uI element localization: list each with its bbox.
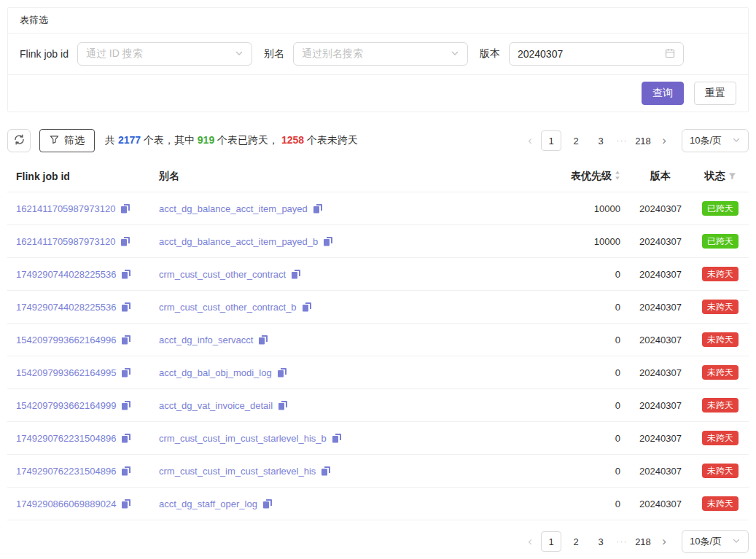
alias-select[interactable]: 通过别名搜索 xyxy=(293,42,468,66)
copy-icon[interactable] xyxy=(278,401,287,410)
priority-cell: 10000 xyxy=(476,203,620,214)
column-header-priority-label: 表优先级 xyxy=(571,170,612,183)
reset-button[interactable]: 重置 xyxy=(694,82,736,105)
alias-link[interactable]: acct_dg_info_servacct xyxy=(159,335,253,345)
pagination-prev-icon[interactable]: ‹ xyxy=(521,130,539,151)
page-size-select[interactable]: 10条/页 xyxy=(682,129,749,152)
sort-icon[interactable] xyxy=(615,171,620,182)
alias-link[interactable]: acct_dg_staff_oper_log xyxy=(159,499,257,509)
alias-link[interactable]: crm_cust_cust_im_cust_starlevel_his_b xyxy=(159,433,327,444)
copy-icon[interactable] xyxy=(303,302,311,312)
copy-icon[interactable] xyxy=(122,368,130,378)
alias-placeholder: 通过别名搜索 xyxy=(302,47,363,60)
pagination-page-last[interactable]: 218 xyxy=(633,130,653,151)
pagination-page-2[interactable]: 2 xyxy=(566,531,586,552)
uncrossed-count: 1258 xyxy=(281,134,304,146)
flink-job-id-link[interactable]: 1621411705987973120 xyxy=(16,236,115,247)
pagination-next-icon[interactable]: › xyxy=(655,130,673,151)
alias-link[interactable]: crm_cust_cust_other_contract_b xyxy=(159,302,297,313)
flink-job-id-link[interactable]: 1749290744028225536 xyxy=(16,302,116,313)
alias-link[interactable]: acct_dg_balance_acct_item_payed xyxy=(159,203,308,214)
copy-icon[interactable] xyxy=(122,466,130,476)
copy-icon[interactable] xyxy=(322,466,330,476)
copy-icon[interactable] xyxy=(292,270,300,279)
flink-job-id-link[interactable]: 1542097993662164995 xyxy=(16,367,116,378)
flink-job-id-link[interactable]: 1542097993662164996 xyxy=(16,335,116,345)
priority-cell: 0 xyxy=(476,302,620,313)
version-label: 版本 xyxy=(480,47,500,60)
copy-icon[interactable] xyxy=(263,499,272,509)
refresh-icon xyxy=(14,134,25,147)
copy-icon[interactable] xyxy=(122,302,130,312)
flink-job-id-link[interactable]: 1749290762231504896 xyxy=(16,433,116,444)
alias-cell: acct_dg_info_servacct xyxy=(159,335,476,345)
pagination-next-icon[interactable]: › xyxy=(655,531,673,552)
column-header-alias: 别名 xyxy=(159,170,476,183)
filter-actions: 查询 重置 xyxy=(8,75,748,112)
copy-icon[interactable] xyxy=(122,335,130,345)
column-header-flink-job-id: Flink job id xyxy=(16,171,159,182)
alias-link[interactable]: acct_dg_balance_acct_item_payed_b xyxy=(159,236,318,247)
table-summary: 共 2177 个表，其中 919 个表已跨天， 1258 个表未跨天 xyxy=(105,134,358,147)
flink-job-id-link[interactable]: 1749290866069889024 xyxy=(16,499,116,509)
flink-job-id-link[interactable]: 1749290762231504896 xyxy=(16,466,116,477)
pagination-page-last[interactable]: 218 xyxy=(633,531,653,552)
summary-suffix: 个表未跨天 xyxy=(304,134,358,146)
priority-cell: 10000 xyxy=(476,236,620,247)
column-header-priority[interactable]: 表优先级 xyxy=(476,170,620,183)
copy-icon[interactable] xyxy=(122,401,130,410)
filter-icon[interactable] xyxy=(728,171,736,182)
version-cell: 20240307 xyxy=(620,236,701,247)
status-cell: 已跨天 xyxy=(701,234,740,249)
column-header-status-label: 状态 xyxy=(705,170,725,183)
pagination-page-1[interactable]: 1 xyxy=(541,531,561,552)
copy-icon[interactable] xyxy=(122,434,130,443)
version-date-input[interactable]: 20240307 xyxy=(509,42,684,66)
status-badge: 未跨天 xyxy=(702,332,739,347)
status-badge: 已跨天 xyxy=(702,234,739,249)
alias-link[interactable]: acct_dg_bal_obj_modi_log xyxy=(159,367,272,378)
refresh-button[interactable] xyxy=(7,129,31,152)
status-cell: 未跨天 xyxy=(701,464,740,478)
pagination-page-2[interactable]: 2 xyxy=(566,130,586,151)
copy-icon[interactable] xyxy=(122,499,130,509)
page-size-value: 10条/页 xyxy=(690,134,722,147)
pagination-ellipsis: ··· xyxy=(613,536,631,547)
table-row: 1749290762231504896 crm_cust_cust_im_cus… xyxy=(7,455,749,488)
pagination-prev-icon[interactable]: ‹ xyxy=(521,531,539,552)
flink-job-id-cell: 1542097993662164995 xyxy=(16,367,159,378)
copy-icon[interactable] xyxy=(121,204,130,214)
flink-job-id-select[interactable]: 通过 ID 搜索 xyxy=(77,42,252,66)
alias-cell: acct_dg_balance_acct_item_payed xyxy=(159,203,476,214)
alias-link[interactable]: acct_dg_vat_invoice_detail xyxy=(159,400,273,411)
copy-icon[interactable] xyxy=(259,335,268,345)
alias-link[interactable]: crm_cust_cust_im_cust_starlevel_his xyxy=(159,466,316,477)
pagination-page-1[interactable]: 1 xyxy=(541,130,561,151)
column-header-status[interactable]: 状态 xyxy=(701,170,740,183)
flink-job-id-field: Flink job id 通过 ID 搜索 xyxy=(20,42,252,66)
table-row: 1621411705987973120 acct_dg_balance_acct… xyxy=(7,192,749,225)
alias-link[interactable]: crm_cust_cust_other_contract xyxy=(159,269,286,280)
priority-cell: 0 xyxy=(476,433,620,444)
copy-icon[interactable] xyxy=(332,434,341,443)
copy-icon[interactable] xyxy=(121,237,130,246)
copy-icon[interactable] xyxy=(122,270,130,279)
status-cell: 未跨天 xyxy=(701,398,740,413)
copy-icon[interactable] xyxy=(313,204,322,214)
copy-icon[interactable] xyxy=(278,368,287,378)
flink-job-id-cell: 1749290866069889024 xyxy=(16,499,159,509)
flink-job-id-link[interactable]: 1749290744028225536 xyxy=(16,269,116,280)
chevron-down-icon xyxy=(451,48,459,60)
pagination-page-3[interactable]: 3 xyxy=(591,531,611,552)
flink-job-id-link[interactable]: 1542097993662164999 xyxy=(16,400,116,411)
page-size-value: 10条/页 xyxy=(690,535,722,548)
status-cell: 未跨天 xyxy=(701,332,740,347)
version-cell: 20240307 xyxy=(620,433,701,444)
pagination-page-3[interactable]: 3 xyxy=(591,130,611,151)
filter-panel-button[interactable]: 筛选 xyxy=(39,129,95,152)
alias-cell: crm_cust_cust_im_cust_starlevel_his xyxy=(159,466,476,477)
page-size-select[interactable]: 10条/页 xyxy=(682,530,749,553)
copy-icon[interactable] xyxy=(324,237,332,246)
query-button[interactable]: 查询 xyxy=(642,82,684,105)
flink-job-id-link[interactable]: 1621411705987973120 xyxy=(16,203,115,214)
